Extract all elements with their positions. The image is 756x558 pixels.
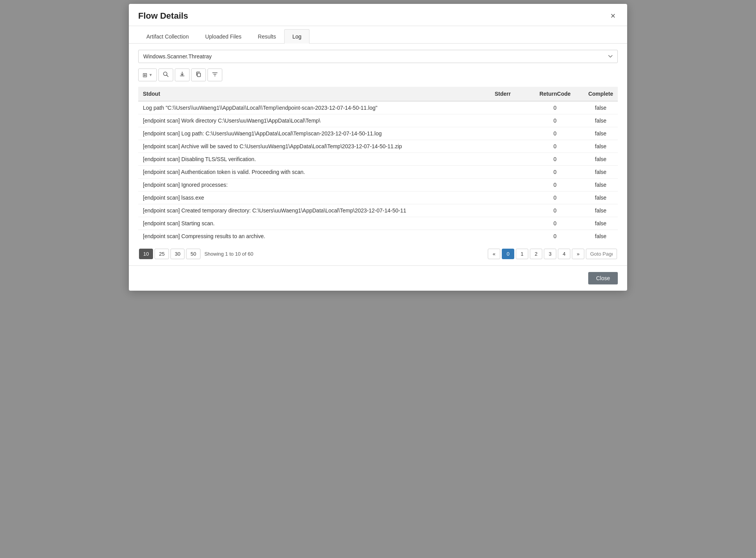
svg-line-1 xyxy=(167,75,168,77)
cell-complete: false xyxy=(584,191,618,204)
cell-complete: false xyxy=(584,101,618,114)
cell-stderr xyxy=(479,114,526,127)
toolbar: ⊞ ▼ xyxy=(138,68,618,81)
cell-complete: false xyxy=(584,204,618,217)
col-header-stdout: Stdout xyxy=(138,87,479,101)
columns-icon: ⊞ xyxy=(142,72,148,79)
cell-stdout: [endpoint scan] Work directory C:\Users\… xyxy=(138,114,479,127)
cell-complete: false xyxy=(584,166,618,179)
table-row: [endpoint scan] Compressing results to a… xyxy=(138,230,618,243)
page-0-button[interactable]: 0 xyxy=(502,249,514,259)
table-row: [endpoint scan] Authentication token is … xyxy=(138,166,618,179)
page-size-30[interactable]: 30 xyxy=(171,249,185,259)
cell-returncode: 0 xyxy=(526,140,584,153)
svg-rect-2 xyxy=(197,73,200,77)
copy-button[interactable] xyxy=(191,68,206,81)
pagination-area: 10 25 30 50 Showing 1 to 10 of 60 « 0 1 … xyxy=(138,249,618,259)
copy-icon xyxy=(195,71,202,79)
cell-stderr xyxy=(479,101,526,114)
table-row: [endpoint scan] Log path: C:\Users\uuWae… xyxy=(138,127,618,140)
showing-text: Showing 1 to 10 of 60 xyxy=(204,251,253,257)
cell-stderr xyxy=(479,204,526,217)
columns-caret: ▼ xyxy=(149,73,153,77)
download-icon xyxy=(179,71,185,79)
artifact-dropdown-row: Windows.Scanner.Threatray xyxy=(138,50,618,63)
flow-details-modal: Flow Details × Artifact Collection Uploa… xyxy=(129,4,627,291)
download-button[interactable] xyxy=(175,68,190,81)
cell-stdout: [endpoint scan] Created temporary direct… xyxy=(138,204,479,217)
table-row: Log path "C:\\Users\\uuWaeng1\\AppData\\… xyxy=(138,101,618,114)
cell-stderr xyxy=(479,217,526,230)
cell-stdout: [endpoint scan] lsass.exe xyxy=(138,191,479,204)
page-next-button[interactable]: » xyxy=(572,249,584,259)
table-row: [endpoint scan] Work directory C:\Users\… xyxy=(138,114,618,127)
cell-returncode: 0 xyxy=(526,153,584,166)
cell-stderr xyxy=(479,179,526,191)
cell-complete: false xyxy=(584,114,618,127)
cell-complete: false xyxy=(584,217,618,230)
cell-returncode: 0 xyxy=(526,127,584,140)
left-pagination: 10 25 30 50 Showing 1 to 10 of 60 xyxy=(139,249,253,259)
cell-returncode: 0 xyxy=(526,204,584,217)
col-header-complete: Complete xyxy=(584,87,618,101)
cell-returncode: 0 xyxy=(526,101,584,114)
cell-returncode: 0 xyxy=(526,217,584,230)
footer-close-button[interactable]: Close xyxy=(588,272,618,284)
table-row: [endpoint scan] Ignored processes: 0 fal… xyxy=(138,179,618,191)
table-row: [endpoint scan] Disabling TLS/SSL verifi… xyxy=(138,153,618,166)
search-icon xyxy=(163,71,169,79)
cell-stdout: [endpoint scan] Archive will be saved to… xyxy=(138,140,479,153)
modal-close-button[interactable]: × xyxy=(608,11,618,21)
cell-stdout: [endpoint scan] Authentication token is … xyxy=(138,166,479,179)
tab-bar: Artifact Collection Uploaded Files Resul… xyxy=(129,29,627,44)
search-button[interactable] xyxy=(158,68,173,81)
tab-results[interactable]: Results xyxy=(250,29,284,44)
page-size-25[interactable]: 25 xyxy=(155,249,169,259)
cell-complete: false xyxy=(584,179,618,191)
cell-returncode: 0 xyxy=(526,179,584,191)
cell-stderr xyxy=(479,153,526,166)
cell-returncode: 0 xyxy=(526,191,584,204)
page-1-button[interactable]: 1 xyxy=(516,249,528,259)
cell-stdout: [endpoint scan] Ignored processes: xyxy=(138,179,479,191)
cell-stdout: [endpoint scan] Compressing results to a… xyxy=(138,230,479,243)
table-row: [endpoint scan] Created temporary direct… xyxy=(138,204,618,217)
modal-title: Flow Details xyxy=(138,11,188,21)
cell-complete: false xyxy=(584,127,618,140)
cell-returncode: 0 xyxy=(526,230,584,243)
filter-button[interactable] xyxy=(207,68,222,81)
table-body: Log path "C:\\Users\\uuWaeng1\\AppData\\… xyxy=(138,101,618,242)
cell-stderr xyxy=(479,230,526,243)
table-row: [endpoint scan] lsass.exe 0 false xyxy=(138,191,618,204)
cell-stdout: [endpoint scan] Starting scan. xyxy=(138,217,479,230)
cell-returncode: 0 xyxy=(526,114,584,127)
results-table: Stdout Stderr ReturnCode Complete Log pa… xyxy=(138,87,618,242)
page-4-button[interactable]: 4 xyxy=(558,249,570,259)
tab-uploaded-files[interactable]: Uploaded Files xyxy=(197,29,250,44)
filter-icon xyxy=(212,71,218,79)
cell-stdout: [endpoint scan] Disabling TLS/SSL verifi… xyxy=(138,153,479,166)
page-size-10[interactable]: 10 xyxy=(139,249,153,259)
cell-stdout: [endpoint scan] Log path: C:\Users\uuWae… xyxy=(138,127,479,140)
cell-complete: false xyxy=(584,153,618,166)
page-3-button[interactable]: 3 xyxy=(544,249,556,259)
col-header-stderr: Stderr xyxy=(479,87,526,101)
cell-stderr xyxy=(479,127,526,140)
page-2-button[interactable]: 2 xyxy=(530,249,542,259)
cell-stderr xyxy=(479,166,526,179)
cell-complete: false xyxy=(584,230,618,243)
page-navigation: « 0 1 2 3 4 » xyxy=(488,249,617,259)
page-size-50[interactable]: 50 xyxy=(186,249,200,259)
modal-header: Flow Details × xyxy=(129,4,627,26)
tab-log[interactable]: Log xyxy=(284,29,309,44)
modal-footer: Close xyxy=(129,265,627,291)
page-prev-button[interactable]: « xyxy=(488,249,500,259)
table-header-row: Stdout Stderr ReturnCode Complete xyxy=(138,87,618,101)
cell-stdout: Log path "C:\\Users\\uuWaeng1\\AppData\\… xyxy=(138,101,479,114)
goto-page-input[interactable] xyxy=(586,249,617,259)
cell-stderr xyxy=(479,140,526,153)
tab-artifact-collection[interactable]: Artifact Collection xyxy=(138,29,197,44)
columns-button[interactable]: ⊞ ▼ xyxy=(138,68,157,81)
cell-returncode: 0 xyxy=(526,166,584,179)
artifact-dropdown[interactable]: Windows.Scanner.Threatray xyxy=(138,50,618,63)
